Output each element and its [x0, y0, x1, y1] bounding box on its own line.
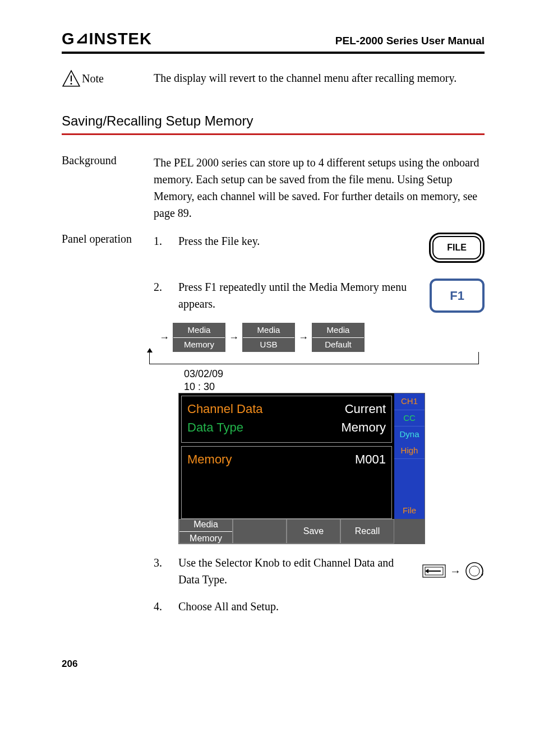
- arrow-right-icon: →: [298, 330, 308, 345]
- brand-logo: G⊿INSTEK: [62, 29, 152, 48]
- screen-box-data: Channel Data Current Data Type Memory: [181, 396, 392, 443]
- warning-icon: [62, 69, 81, 87]
- panel-operation-steps: 1. Press the File key. FILE 2. Press F1 …: [154, 233, 485, 625]
- f1-button[interactable]: F1: [430, 279, 485, 313]
- panel-operation-row: Panel operation 1. Press the File key. F…: [62, 233, 485, 625]
- device-screen-illustration: 03/02/09 10 : 30 Channel Data Current Da…: [178, 368, 485, 544]
- row-label: Channel Data: [187, 400, 263, 418]
- cell-bottom: Memory: [173, 338, 225, 352]
- softkey-label: Save: [287, 525, 340, 538]
- file-button[interactable]: FILE: [429, 233, 485, 263]
- background-text: The PEL 2000 series can store up to 4 di…: [154, 154, 485, 221]
- panel-operation-label: Panel operation: [62, 233, 154, 625]
- softkey-label: Recall: [341, 525, 394, 538]
- f1-key-graphic: F1: [412, 279, 485, 313]
- step-text: Press F1 repeatedly until the Media Memo…: [178, 279, 412, 313]
- device-screen: Channel Data Current Data Type Memory Me…: [178, 393, 425, 544]
- step-text: Press the File key.: [178, 233, 412, 263]
- row-label: Memory: [187, 450, 232, 469]
- selector-knob-graphic: →: [412, 554, 485, 588]
- arrow-right-icon: →: [159, 330, 169, 345]
- knob-icon: [464, 561, 485, 581]
- step-3: 3. Use the Selector Knob to edit Channel…: [154, 554, 485, 588]
- screen-time: 10 : 30: [184, 381, 485, 393]
- media-cycle-diagram: → Media Memory → Media USB → Media Defau…: [159, 323, 485, 352]
- screen-date: 03/02/09: [184, 368, 485, 381]
- softkey-media[interactable]: Media Memory: [179, 519, 233, 544]
- note-label-cell: Note: [62, 69, 154, 87]
- file-button-label: FILE: [432, 236, 481, 259]
- step-4: 4. Choose All and Setup.: [154, 598, 485, 615]
- step-number: 4.: [154, 598, 178, 615]
- step-number: 1.: [154, 233, 178, 263]
- cell-bottom: USB: [243, 338, 294, 352]
- side-dyna: Dyna: [394, 426, 425, 443]
- media-cycle-cell: Media Default: [312, 323, 365, 352]
- row-value: M001: [355, 450, 386, 469]
- svg-point-8: [469, 566, 479, 576]
- softkey-blank: [233, 519, 287, 544]
- softkey-bottom: Memory: [179, 532, 232, 545]
- arrow-right-icon: →: [229, 330, 239, 345]
- background-label: Background: [62, 154, 154, 221]
- step-number: 3.: [154, 554, 178, 588]
- note-label: Note: [82, 72, 104, 85]
- svg-point-7: [466, 563, 483, 579]
- side-spacer: [394, 459, 425, 502]
- screen-sidebar: CH1 CC Dyna High File: [394, 393, 425, 544]
- softkey-top: Media: [179, 518, 232, 532]
- cell-top: Media: [312, 323, 364, 338]
- step-number: 2.: [154, 279, 178, 313]
- step-1: 1. Press the File key. FILE: [154, 233, 485, 263]
- background-row: Background The PEL 2000 series can store…: [62, 154, 485, 221]
- softkey-recall[interactable]: Recall: [340, 519, 394, 544]
- cell-top: Media: [243, 323, 294, 338]
- screen-main: Channel Data Current Data Type Memory Me…: [179, 393, 394, 544]
- row-value: Memory: [342, 418, 386, 437]
- arrow-right-icon: →: [450, 563, 461, 579]
- step-text: Use the Selector Knob to edit Channel Da…: [178, 554, 412, 588]
- page-header: G⊿INSTEK PEL-2000 Series User Manual: [62, 29, 485, 54]
- row-value: Current: [345, 400, 386, 418]
- step-2: 2. Press F1 repeatedly until the Media M…: [154, 279, 485, 313]
- press-icon: [422, 562, 446, 581]
- file-key-graphic: FILE: [412, 233, 485, 263]
- cell-bottom: Default: [312, 338, 364, 352]
- cycle-return-arrow: [149, 352, 479, 364]
- side-bottom: [394, 519, 425, 544]
- note-block: Note The display will revert to the chan…: [62, 69, 485, 87]
- section-title: Saving/Recalling Setup Memory: [62, 113, 485, 135]
- screen-panel: Channel Data Current Data Type Memory Me…: [179, 393, 394, 519]
- screen-box-memory: Memory M001: [181, 446, 392, 519]
- side-level: High: [394, 443, 425, 460]
- cell-top: Media: [173, 323, 225, 338]
- side-channel: CH1: [394, 393, 425, 410]
- svg-marker-6: [425, 569, 428, 573]
- media-cycle-cell: Media Memory: [173, 323, 225, 352]
- side-file: File: [394, 502, 425, 520]
- note-text: The display will revert to the channel m…: [154, 69, 485, 86]
- side-mode: CC: [394, 410, 425, 427]
- svg-point-2: [71, 83, 72, 85]
- page-number: 206: [62, 658, 485, 670]
- row-label: Data Type: [187, 418, 243, 437]
- softkey-save[interactable]: Save: [287, 519, 340, 544]
- softkey-row: Media Memory Save Recall: [179, 519, 394, 544]
- media-cycle-cell: Media USB: [242, 323, 295, 352]
- manual-title: PEL-2000 Series User Manual: [335, 35, 485, 47]
- step-text: Choose All and Setup.: [178, 598, 485, 615]
